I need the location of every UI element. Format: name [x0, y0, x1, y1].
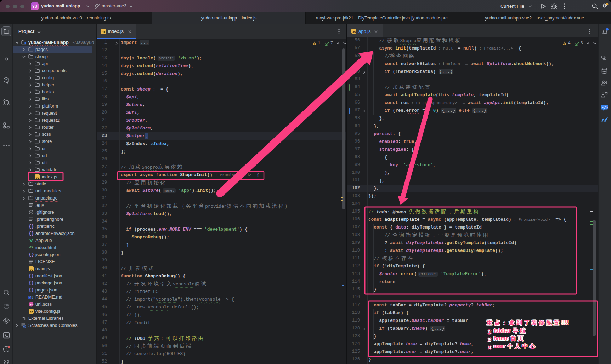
svg-text:</>: </>	[602, 106, 608, 110]
svg-text:?: ?	[5, 78, 7, 82]
